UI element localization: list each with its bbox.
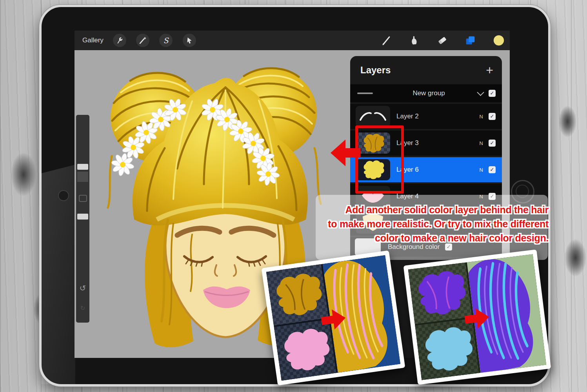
visibility-checkbox[interactable]: ✓ [489,140,496,147]
color-circle-icon [493,34,505,46]
layer-row-group[interactable]: New group ✓ [350,84,502,102]
selection-icon[interactable]: S [159,34,173,47]
smudge-icon[interactable] [408,34,421,47]
annotation-line: color to make a new hair color design. [298,231,549,245]
slider-preview-block [77,172,88,182]
visibility-checkbox[interactable]: ✓ [489,90,496,97]
red-arrow-right [463,307,490,330]
chevron-down-icon[interactable] [477,89,484,96]
group-thumbnail [357,93,373,94]
red-arrow-left [331,137,360,169]
color-swatch[interactable] [492,34,505,47]
blend-mode-badge[interactable]: N [480,167,483,173]
modify-button[interactable] [79,195,87,202]
wood-knot [565,239,586,276]
brush-icon[interactable] [380,34,393,47]
selection-s-glyph: S [163,36,168,45]
annotation-line: Add another solid color layer behind the… [298,203,549,217]
brush-sidebar: ↺ ↻ [76,115,89,323]
wrench-icon[interactable] [113,34,126,47]
annotation-text: Add another solid color layer behind the… [298,203,549,245]
redo-button[interactable]: ↻ [76,305,89,312]
top-toolbar: Gallery S [75,31,510,50]
annotation-line: to make more realistic. Or try to mix th… [298,217,549,231]
layer-thumbnail [356,106,390,127]
arrow-cursor-icon [185,36,193,44]
layers-title: Layers [360,65,391,76]
brush-size-slider[interactable] [77,164,88,170]
group-label: New group [391,89,467,97]
transform-icon[interactable] [183,34,196,47]
screenshot-root: Gallery S [0,0,587,392]
brush-icon [381,35,392,46]
blend-mode-badge[interactable]: N [480,114,483,120]
gallery-button[interactable]: Gallery [82,31,104,50]
visibility-checkbox[interactable]: ✓ [489,113,496,120]
opacity-slider[interactable] [77,214,88,220]
layers-squares-icon [465,34,476,46]
example-card-pink [262,250,405,386]
red-highlight-rectangle [355,125,404,194]
layer-label: Layer 2 [396,113,419,120]
blend-mode-badge[interactable]: N [480,140,483,146]
layers-icon[interactable] [464,34,477,47]
smudge-finger-icon [409,35,420,45]
wood-knot [559,106,576,137]
eraser-icon[interactable] [436,34,449,47]
red-arrow-right [320,307,347,331]
gold-hair-layer-thumb [266,264,329,325]
front-camera [58,190,69,201]
wrench-icon [115,36,124,45]
example-card-purple [403,249,551,385]
visibility-checkbox[interactable]: ✓ [489,166,496,173]
undo-button[interactable]: ↺ [76,283,89,293]
magic-wand-icon [138,36,147,45]
add-layer-button[interactable]: + [486,63,493,78]
eraser-icon [437,35,448,46]
layers-panel-header: Layers + [350,56,502,84]
wood-knot [11,153,36,196]
purple-hair-layer-thumb [408,263,472,324]
adjustments-icon[interactable] [136,34,149,47]
